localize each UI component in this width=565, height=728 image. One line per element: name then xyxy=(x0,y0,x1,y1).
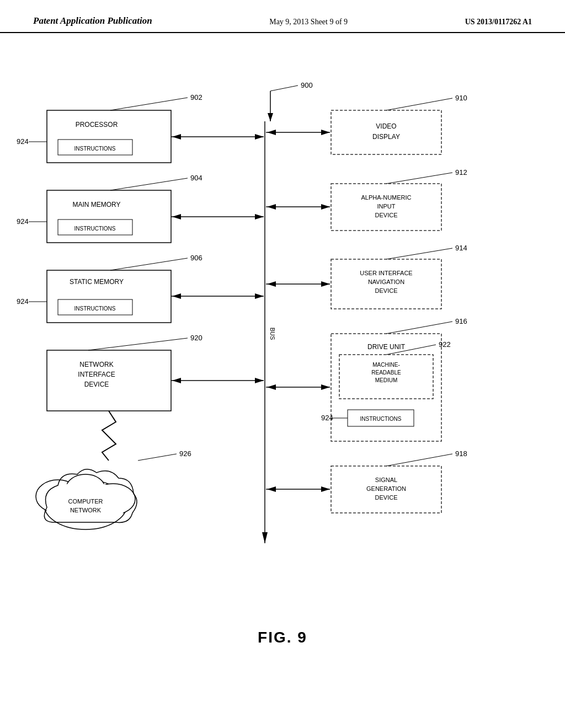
svg-text:INSTRUCTIONS: INSTRUCTIONS xyxy=(74,306,116,312)
svg-marker-47 xyxy=(255,378,264,383)
svg-marker-16 xyxy=(255,134,264,140)
header-publication-label: Patent Application Publication xyxy=(33,15,152,26)
svg-line-86 xyxy=(386,322,452,334)
svg-text:910: 910 xyxy=(455,94,467,102)
svg-text:DEVICE: DEVICE xyxy=(375,494,398,501)
svg-marker-39 xyxy=(172,293,181,299)
svg-text:PROCESSOR: PROCESSOR xyxy=(76,121,118,129)
svg-text:926: 926 xyxy=(179,449,191,458)
svg-text:906: 906 xyxy=(190,254,202,262)
svg-text:924: 924 xyxy=(17,137,29,146)
svg-text:NETWORK: NETWORK xyxy=(79,361,113,368)
svg-point-55 xyxy=(45,481,126,528)
svg-text:DISPLAY: DISPLAY xyxy=(372,133,400,141)
svg-marker-82 xyxy=(321,281,330,287)
svg-marker-1 xyxy=(262,532,268,543)
svg-line-44 xyxy=(88,338,188,350)
svg-text:COMPUTER: COMPUTER xyxy=(68,498,103,505)
svg-text:READABLE: READABLE xyxy=(371,370,401,376)
svg-marker-109 xyxy=(267,486,276,492)
svg-text:FIG. 9: FIG. 9 xyxy=(258,629,307,646)
page: Patent Application Publication May 9, 20… xyxy=(0,0,565,728)
header-date-sheet: May 9, 2013 Sheet 9 of 9 xyxy=(269,18,348,26)
svg-marker-73 xyxy=(321,204,330,210)
diagram-area: BUS 900 PROCESSOR INSTRUCTIONS 902 924 xyxy=(0,44,565,678)
svg-text:924: 924 xyxy=(321,414,333,422)
svg-marker-99 xyxy=(321,384,330,390)
svg-text:INSTRUCTIONS: INSTRUCTIONS xyxy=(74,146,116,152)
svg-text:DEVICE: DEVICE xyxy=(84,381,109,388)
svg-text:BUS: BUS xyxy=(269,328,276,340)
diagram-svg: BUS 900 PROCESSOR INSTRUCTIONS 902 924 xyxy=(0,44,565,678)
svg-text:INSTRUCTIONS: INSTRUCTIONS xyxy=(360,416,402,422)
svg-marker-74 xyxy=(267,204,276,210)
svg-rect-88 xyxy=(339,355,433,399)
svg-line-33 xyxy=(110,258,188,270)
svg-text:SIGNAL: SIGNAL xyxy=(375,477,397,483)
svg-line-11 xyxy=(110,98,188,110)
svg-line-5 xyxy=(270,85,298,91)
page-header: Patent Application Publication May 9, 20… xyxy=(0,0,565,33)
svg-line-61 xyxy=(386,98,452,110)
svg-text:MAIN MEMORY: MAIN MEMORY xyxy=(72,201,120,208)
svg-text:922: 922 xyxy=(439,340,451,349)
svg-text:NAVIGATION: NAVIGATION xyxy=(368,279,404,285)
svg-text:914: 914 xyxy=(455,244,467,252)
header-patent-number: US 2013/0117262 A1 xyxy=(465,18,532,26)
svg-text:900: 900 xyxy=(301,81,313,89)
svg-text:DEVICE: DEVICE xyxy=(375,212,398,218)
svg-marker-4 xyxy=(268,113,273,121)
svg-text:918: 918 xyxy=(455,449,467,458)
svg-line-70 xyxy=(386,173,452,184)
svg-marker-83 xyxy=(267,281,276,287)
svg-text:912: 912 xyxy=(455,168,467,176)
svg-text:USER INTERFACE: USER INTERFACE xyxy=(360,270,412,276)
svg-text:904: 904 xyxy=(190,174,202,182)
svg-text:920: 920 xyxy=(190,334,202,342)
svg-rect-58 xyxy=(331,110,441,154)
svg-marker-28 xyxy=(172,214,181,220)
svg-marker-100 xyxy=(267,384,276,390)
svg-text:MACHINE-: MACHINE- xyxy=(372,362,399,368)
svg-marker-17 xyxy=(172,134,181,140)
svg-text:NETWORK: NETWORK xyxy=(70,507,102,513)
svg-marker-64 xyxy=(321,130,330,135)
svg-text:INTERFACE: INTERFACE xyxy=(78,371,115,378)
svg-text:924: 924 xyxy=(17,217,29,226)
svg-text:916: 916 xyxy=(455,317,467,325)
svg-line-105 xyxy=(386,454,452,466)
svg-marker-48 xyxy=(172,378,181,383)
svg-text:GENERATION: GENERATION xyxy=(366,485,406,492)
svg-text:924: 924 xyxy=(17,297,29,306)
svg-rect-40 xyxy=(47,350,171,411)
svg-text:STATIC MEMORY: STATIC MEMORY xyxy=(70,278,124,286)
svg-marker-38 xyxy=(255,293,264,299)
svg-text:ALPHA-NUMERIC: ALPHA-NUMERIC xyxy=(361,194,411,201)
svg-text:INSTRUCTIONS: INSTRUCTIONS xyxy=(74,226,116,232)
svg-line-49 xyxy=(138,454,177,461)
svg-marker-65 xyxy=(267,130,276,135)
svg-text:902: 902 xyxy=(190,93,202,101)
svg-marker-108 xyxy=(321,486,330,492)
svg-line-79 xyxy=(386,248,452,259)
svg-text:MEDIUM: MEDIUM xyxy=(375,377,398,383)
svg-text:VIDEO: VIDEO xyxy=(376,122,396,130)
svg-line-22 xyxy=(110,178,188,190)
svg-marker-27 xyxy=(255,214,264,220)
svg-text:DRIVE UNIT: DRIVE UNIT xyxy=(367,343,406,351)
svg-text:DEVICE: DEVICE xyxy=(375,287,398,294)
svg-text:INPUT: INPUT xyxy=(377,203,396,210)
